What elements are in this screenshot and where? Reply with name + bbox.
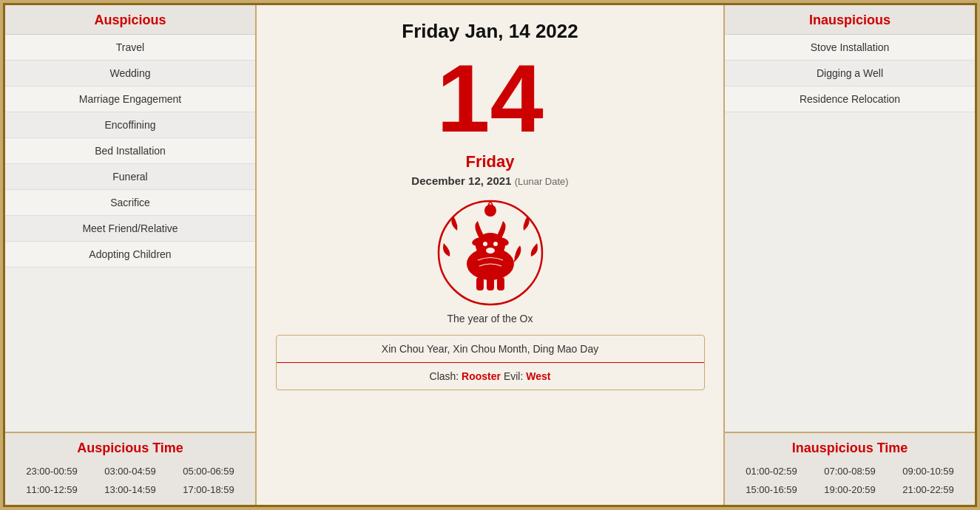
auspicious-section: Auspicious Travel Wedding Marriage Engag… [5, 5, 255, 432]
clash-prefix: Clash: [430, 370, 462, 382]
outer-border: Auspicious Travel Wedding Marriage Engag… [3, 3, 977, 507]
list-item: Meet Friend/Relative [5, 216, 255, 242]
auspicious-header: Auspicious [5, 5, 255, 35]
info-box: Xin Chou Year, Xin Chou Month, Ding Mao … [276, 335, 705, 390]
list-item: Wedding [5, 61, 255, 86]
svg-point-6 [493, 242, 498, 246]
list-item: Residence Relocation [725, 86, 975, 112]
time-cell: 23:00-00:59 [13, 463, 91, 479]
time-cell: 03:00-04:59 [91, 463, 169, 479]
inauspicious-time-section: Inauspicious Time 01:00-02:59 07:00-08:5… [725, 432, 975, 505]
date-heading: Friday Jan, 14 2022 [402, 20, 578, 43]
auspicious-time-header: Auspicious Time [5, 441, 255, 456]
clash-animal: Rooster [462, 370, 501, 382]
auspicious-time-grid: 23:00-00:59 03:00-04:59 05:00-06:59 11:0… [5, 463, 255, 497]
list-item: Encoffining [5, 112, 255, 138]
info-line1: Xin Chou Year, Xin Chou Month, Ding Mao … [277, 336, 704, 363]
time-cell: 05:00-06:59 [169, 463, 248, 479]
time-cell: 17:00-18:59 [169, 482, 248, 497]
evil-direction: West [526, 370, 550, 382]
evil-prefix: Evil: [504, 370, 526, 382]
left-panel: Auspicious Travel Wedding Marriage Engag… [5, 5, 257, 505]
list-item: Sacrifice [5, 190, 255, 216]
list-item: Travel [5, 35, 255, 61]
svg-point-5 [483, 242, 487, 246]
center-panel: Friday Jan, 14 2022 14 Friday December 1… [257, 5, 723, 505]
list-item: Adopting Children [5, 242, 255, 268]
right-panel: Inauspicious Stove Installation Digging … [723, 5, 975, 505]
inauspicious-section: Inauspicious Stove Installation Digging … [725, 5, 975, 432]
lunar-date: December 12, 2021 (Lunar Date) [411, 174, 568, 187]
auspicious-list: Travel Wedding Marriage Engagement Encof… [5, 35, 255, 268]
inauspicious-header: Inauspicious [725, 5, 975, 35]
svg-rect-8 [476, 277, 484, 290]
svg-rect-10 [497, 277, 504, 290]
list-item: Bed Installation [5, 138, 255, 164]
list-item: Stove Installation [725, 35, 975, 61]
zodiac-label: The year of the Ox [447, 313, 533, 324]
ox-zodiac-image [435, 197, 546, 308]
list-item: Marriage Engagement [5, 86, 255, 112]
time-cell: 01:00-02:59 [732, 463, 811, 479]
time-cell: 19:00-20:59 [811, 482, 889, 497]
lunar-date-value: December 12, 2021 [411, 174, 511, 187]
svg-point-7 [486, 248, 495, 254]
time-cell: 11:00-12:59 [13, 482, 91, 497]
inauspicious-time-header: Inauspicious Time [725, 441, 975, 456]
lunar-label: (Lunar Date) [515, 176, 569, 187]
clash-info: Clash: Rooster Evil: West [277, 363, 704, 390]
svg-rect-9 [487, 277, 494, 290]
main-layout: Auspicious Travel Wedding Marriage Engag… [5, 5, 975, 505]
time-cell: 15:00-16:59 [732, 482, 811, 497]
time-cell: 21:00-22:59 [889, 482, 967, 497]
day-number: 14 [436, 50, 544, 146]
time-cell: 09:00-10:59 [889, 463, 967, 479]
list-item: Digging a Well [725, 61, 975, 86]
list-item: Funeral [5, 164, 255, 190]
inauspicious-list: Stove Installation Digging a Well Reside… [725, 35, 975, 112]
time-cell: 13:00-14:59 [91, 482, 169, 497]
inauspicious-time-grid: 01:00-02:59 07:00-08:59 09:00-10:59 15:0… [725, 463, 975, 497]
auspicious-time-section: Auspicious Time 23:00-00:59 03:00-04:59 … [5, 432, 255, 505]
time-cell: 07:00-08:59 [811, 463, 889, 479]
day-name: Friday [465, 152, 514, 171]
